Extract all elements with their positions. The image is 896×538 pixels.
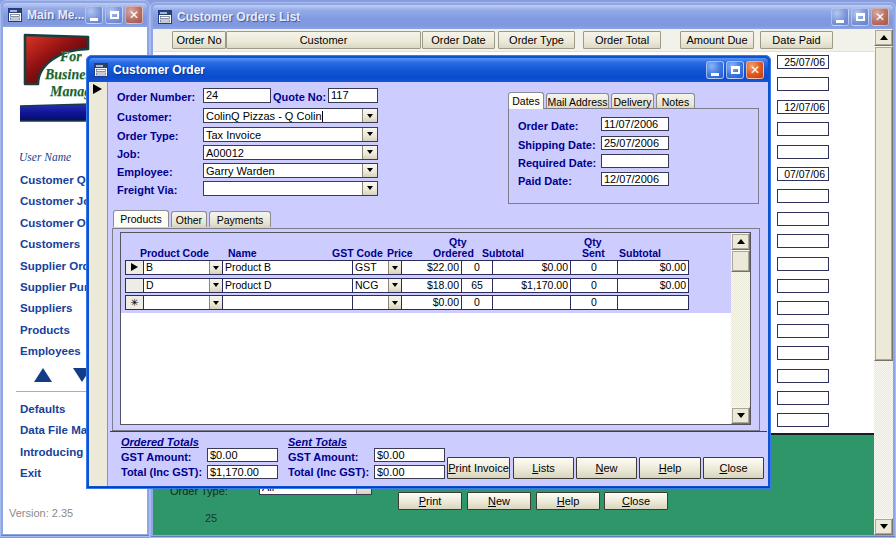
- orders-list-scrollbar[interactable]: [874, 29, 893, 535]
- dropdown-button[interactable]: [388, 261, 401, 274]
- name-cell[interactable]: Product B: [222, 260, 353, 275]
- name-cell[interactable]: [222, 295, 353, 310]
- order-number-input[interactable]: 24: [203, 88, 271, 103]
- column-header-customer[interactable]: Customer: [226, 31, 421, 49]
- customer-combo[interactable]: ColinQ Pizzas - Q Colin: [203, 108, 378, 123]
- new-button[interactable]: New: [467, 492, 531, 510]
- date-paid-cell[interactable]: [777, 369, 829, 383]
- subtotal-sent-cell[interactable]: [617, 295, 689, 310]
- column-header-order-no[interactable]: Order No: [172, 31, 226, 49]
- tab-mail-address[interactable]: Mail Address: [546, 93, 609, 109]
- help-button[interactable]: Help: [639, 457, 701, 479]
- tab-products[interactable]: Products: [113, 210, 169, 227]
- employee-combo[interactable]: Garry Warden: [203, 163, 378, 178]
- product-code-cell[interactable]: D: [143, 278, 223, 293]
- row-selector[interactable]: [125, 278, 144, 293]
- subtotal-ordered-cell[interactable]: $0.00: [492, 260, 571, 275]
- close-button[interactable]: Close: [604, 492, 668, 510]
- column-header-date-paid[interactable]: Date Paid: [760, 31, 833, 49]
- record-selector-bar[interactable]: [89, 82, 108, 486]
- tab-notes[interactable]: Notes: [656, 93, 695, 109]
- sent-gst-input[interactable]: $0.00: [374, 448, 445, 462]
- grid-scrollbar[interactable]: [731, 233, 750, 424]
- close-button[interactable]: ✕: [125, 6, 143, 24]
- qty-sent-cell[interactable]: 0: [570, 278, 618, 293]
- column-header-order-date[interactable]: Order Date: [422, 31, 495, 49]
- column-header-amount-due[interactable]: Amount Due: [680, 31, 754, 49]
- product-code-cell[interactable]: [143, 295, 223, 310]
- date-paid-cell[interactable]: [777, 279, 829, 293]
- scroll-down-button[interactable]: [731, 407, 750, 424]
- paid-date-input[interactable]: 12/07/2006: [601, 172, 669, 186]
- row-selector[interactable]: ✳: [125, 295, 144, 310]
- date-paid-cell[interactable]: [777, 301, 829, 315]
- help-button[interactable]: Help: [536, 492, 600, 510]
- tab-delivery[interactable]: Delivery: [611, 93, 654, 109]
- close-button[interactable]: Close: [703, 457, 764, 479]
- date-paid-cell[interactable]: [777, 189, 829, 203]
- close-button[interactable]: ✕: [746, 61, 764, 79]
- qty-ordered-cell[interactable]: 65: [461, 278, 493, 293]
- date-paid-cell[interactable]: [777, 257, 829, 271]
- column-header-order-total[interactable]: Order Total: [583, 31, 661, 49]
- date-paid-cell[interactable]: [777, 413, 829, 427]
- gst-code-cell[interactable]: NCG: [352, 278, 402, 293]
- product-code-cell[interactable]: B: [143, 260, 223, 275]
- minimize-button[interactable]: [706, 61, 724, 79]
- price-cell[interactable]: $0.00: [401, 295, 462, 310]
- tab-payments[interactable]: Payments: [209, 211, 271, 227]
- dropdown-button[interactable]: [209, 296, 222, 309]
- date-paid-cell[interactable]: [777, 346, 829, 360]
- scrollbar-thumb[interactable]: [731, 250, 750, 272]
- dropdown-button[interactable]: [362, 164, 377, 177]
- scroll-up-button[interactable]: [874, 29, 893, 46]
- dropdown-button[interactable]: [388, 279, 401, 292]
- shipping-date-input[interactable]: 25/07/2006: [601, 136, 669, 150]
- ordered-total-input[interactable]: $1,170.00: [207, 465, 278, 479]
- date-paid-cell[interactable]: [777, 77, 829, 91]
- price-cell[interactable]: $18.00: [401, 278, 462, 293]
- dropdown-button[interactable]: [362, 128, 377, 141]
- dropdown-button[interactable]: [362, 182, 377, 195]
- dropdown-button[interactable]: [362, 146, 377, 159]
- subtotal-sent-cell[interactable]: $0.00: [617, 260, 689, 275]
- maximize-button[interactable]: [726, 61, 744, 79]
- subtotal-ordered-cell[interactable]: [492, 295, 571, 310]
- maximize-button[interactable]: [105, 6, 123, 24]
- column-header-order-type[interactable]: Order Type: [498, 31, 575, 49]
- dropdown-button[interactable]: [209, 261, 222, 274]
- job-combo[interactable]: A00012: [203, 145, 378, 160]
- sent-total-input[interactable]: $0.00: [374, 465, 445, 479]
- gst-code-cell[interactable]: [352, 295, 402, 310]
- name-cell[interactable]: Product D: [222, 278, 353, 293]
- order-type-combo[interactable]: Tax Invoice: [203, 127, 378, 142]
- lists-button[interactable]: Lists: [513, 457, 574, 479]
- date-paid-cell[interactable]: [777, 324, 829, 338]
- print-button[interactable]: Print: [398, 492, 462, 510]
- scroll-up-button[interactable]: [731, 233, 750, 250]
- order-date-input[interactable]: 11/07/2006: [601, 117, 669, 131]
- print-invoice-button[interactable]: Print Invoice: [447, 457, 510, 479]
- subtotal-sent-cell[interactable]: $0.00: [617, 278, 689, 293]
- date-paid-cell[interactable]: [777, 212, 829, 226]
- row-selector[interactable]: [125, 260, 144, 275]
- dropdown-button[interactable]: [388, 296, 401, 309]
- price-cell[interactable]: $22.00: [401, 260, 462, 275]
- date-paid-cell[interactable]: 12/07/06: [777, 100, 829, 114]
- orders-list-titlebar[interactable]: Customer Orders List ✕: [153, 5, 893, 29]
- customer-order-titlebar[interactable]: Customer Order ✕: [89, 58, 768, 82]
- dropdown-button[interactable]: [209, 279, 222, 292]
- tab-dates[interactable]: Dates: [508, 92, 544, 109]
- minimize-button[interactable]: [85, 6, 103, 24]
- qty-sent-cell[interactable]: 0: [570, 260, 618, 275]
- date-paid-cell[interactable]: [777, 145, 829, 159]
- gst-code-cell[interactable]: GST: [352, 260, 402, 275]
- required-date-input[interactable]: [601, 154, 669, 168]
- close-button[interactable]: ✕: [871, 8, 889, 26]
- subtotal-ordered-cell[interactable]: $1,170.00: [492, 278, 571, 293]
- scroll-up-icon[interactable]: [34, 368, 52, 382]
- freight-via-combo[interactable]: [203, 181, 378, 196]
- maximize-button[interactable]: [851, 8, 869, 26]
- minimize-button[interactable]: [831, 8, 849, 26]
- scroll-down-button[interactable]: [874, 518, 893, 535]
